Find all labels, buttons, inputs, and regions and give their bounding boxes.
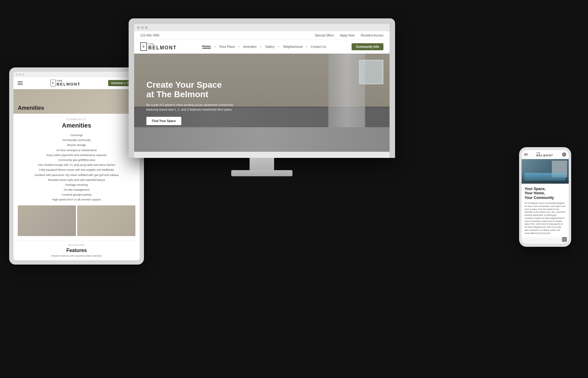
tablet-image-2 bbox=[77, 205, 135, 236]
list-item: Elevated resort-style pool with waterfal… bbox=[18, 178, 135, 182]
interior-section-label: INTERIOR bbox=[18, 244, 135, 246]
website-footer-bar bbox=[134, 152, 390, 158]
nav-contact-us[interactable]: Contact Us bbox=[311, 45, 326, 48]
topbar-special-offers[interactable]: Special Offers bbox=[315, 34, 334, 37]
phone-frame: THE BELMONT Your Space, Your Home, Your … bbox=[519, 147, 571, 247]
tablet-dot-3 bbox=[22, 74, 24, 75]
list-item: 24-hour emergency maintenance bbox=[18, 148, 135, 153]
logo-belmont: BELMONT bbox=[148, 45, 177, 51]
belmont-logo: ℬ THE BELMONT bbox=[140, 42, 177, 51]
browser-dot-1 bbox=[137, 26, 140, 29]
list-item: Concierge bbox=[18, 133, 135, 138]
phone-logo: THE BELMONT bbox=[537, 152, 553, 157]
tablet-logo: ℬ THE BELMONT bbox=[50, 80, 81, 86]
amenities-title: Amenities bbox=[18, 122, 135, 129]
browser-dot-2 bbox=[141, 26, 144, 29]
list-item: Community gas grill/BBQ area bbox=[18, 158, 135, 162]
phone-hero-image bbox=[522, 159, 569, 184]
monitor-stand bbox=[129, 158, 395, 176]
list-item: Easy online payments and maintenance req… bbox=[18, 153, 135, 158]
tablet-hero-banner: Amenities bbox=[13, 89, 140, 114]
tablet-window-controls bbox=[13, 72, 140, 77]
topbar-apply-now[interactable]: Apply Now bbox=[340, 34, 355, 37]
phone-heading: Your Space, Your Home, Your Community bbox=[525, 187, 566, 200]
monitor-base bbox=[231, 170, 292, 176]
tablet-logo-icon: ℬ bbox=[50, 80, 56, 86]
nav-home[interactable]: Home bbox=[202, 45, 211, 49]
tablet-screen: ℬ THE BELMONT Schedule a Tour Amenities … bbox=[13, 72, 140, 260]
list-item: Bicycle storage bbox=[18, 143, 135, 147]
list-item: Pet-friendly community bbox=[18, 138, 135, 143]
topbar-resident-access[interactable]: Resident Access bbox=[361, 34, 383, 37]
tablet-logo-text: THE BELMONT bbox=[57, 80, 81, 86]
tablet-amenities-section: COMMUNITY Amenities Concierge Pet-friend… bbox=[13, 114, 140, 240]
phone-nav: THE BELMONT bbox=[522, 150, 569, 159]
tablet-frame: ℬ THE BELMONT Schedule a Tour Amenities … bbox=[9, 67, 144, 265]
topbar-phone: 123-456-7890 bbox=[140, 34, 159, 37]
phone-screen: THE BELMONT Your Space, Your Home, Your … bbox=[522, 150, 569, 244]
list-item: Fully-equipped fitness center with free … bbox=[18, 167, 135, 172]
hero-title: Create Your Space at The Belmont bbox=[146, 80, 244, 99]
tablet-nav: ℬ THE BELMONT Schedule a Tour bbox=[13, 77, 140, 89]
hamburger-icon[interactable] bbox=[18, 81, 23, 85]
phone-device: THE BELMONT Your Space, Your Home, Your … bbox=[519, 147, 571, 247]
hero-subtitle: Be a part of Ladson's most exciting luxu… bbox=[146, 103, 244, 112]
tablet-features-section: INTERIOR Features Modern kitchens with i… bbox=[13, 240, 140, 260]
tablet-dot-2 bbox=[19, 74, 21, 75]
website-main-nav: ℬ THE BELMONT Home • Floor Plans • Ameni… bbox=[134, 40, 390, 54]
nav-floor-plans[interactable]: Floor Plans bbox=[219, 45, 235, 48]
logo-icon: ℬ bbox=[140, 42, 147, 51]
list-item: On-site management bbox=[18, 187, 135, 192]
find-your-space-button[interactable]: Find Your Space bbox=[146, 117, 181, 125]
tablet-image-grid bbox=[18, 205, 135, 236]
phone-profile-icon[interactable] bbox=[562, 152, 566, 157]
features-desc: Modern kitchens with imported white cabi… bbox=[18, 254, 135, 257]
tablet-image-1 bbox=[18, 205, 76, 236]
scroll-to-top-button[interactable] bbox=[562, 237, 567, 242]
browser-window-controls bbox=[134, 24, 390, 31]
monitor-neck bbox=[250, 158, 274, 170]
logo-text: THE BELMONT bbox=[148, 43, 177, 51]
desktop-monitor: 123-456-7890 Special Offers Apply Now Re… bbox=[129, 18, 395, 176]
phone-logo-text: THE BELMONT bbox=[537, 152, 553, 157]
list-item: High-speed Wi-Fi in all common spaces bbox=[18, 197, 135, 202]
browser-dot-3 bbox=[145, 26, 148, 29]
phone-building-sim bbox=[552, 161, 567, 178]
list-item: Sundeck with panoramic city views outfit… bbox=[18, 173, 135, 178]
list-item: Chic resident lounge with TV, ping pong … bbox=[18, 162, 135, 167]
amenities-list: Concierge Pet-friendly community Bicycle… bbox=[18, 133, 135, 202]
phone-pool-sim bbox=[525, 173, 566, 181]
website-topbar: 123-456-7890 Special Offers Apply Now Re… bbox=[134, 31, 390, 40]
tablet-device: ℬ THE BELMONT Schedule a Tour Amenities … bbox=[9, 67, 144, 265]
list-item: Covered garage parking bbox=[18, 192, 135, 197]
logo-the: THE bbox=[148, 43, 177, 45]
nav-neighborhood[interactable]: Neighborhood bbox=[283, 45, 303, 48]
community-section-label: COMMUNITY bbox=[18, 118, 135, 121]
list-item: Package receiving bbox=[18, 182, 135, 187]
tablet-hero-title: Amenities bbox=[18, 105, 44, 111]
main-nav-links: Home • Floor Plans • Amenities • Gallery… bbox=[202, 45, 326, 49]
monitor-screen: 123-456-7890 Special Offers Apply Now Re… bbox=[134, 24, 390, 158]
hero-section: Create Your Space at The Belmont Be a pa… bbox=[134, 54, 390, 152]
hero-window bbox=[359, 60, 383, 84]
phone-content: Your Space, Your Home, Your Community At… bbox=[522, 184, 569, 238]
hero-content: Create Your Space at The Belmont Be a pa… bbox=[134, 71, 257, 135]
nav-amenities[interactable]: Amenities bbox=[243, 45, 257, 48]
community-info-button[interactable]: Community Info bbox=[352, 43, 383, 50]
features-title: Features bbox=[18, 248, 135, 253]
nav-gallery[interactable]: Gallery bbox=[265, 45, 275, 48]
phone-body-text: At The Belmont, we're a community design… bbox=[525, 202, 566, 235]
phone-hamburger-icon[interactable] bbox=[524, 153, 528, 156]
topbar-right-links: Special Offers Apply Now Resident Access bbox=[315, 34, 383, 37]
tablet-dot-1 bbox=[16, 74, 18, 75]
monitor-frame: 123-456-7890 Special Offers Apply Now Re… bbox=[129, 18, 395, 158]
